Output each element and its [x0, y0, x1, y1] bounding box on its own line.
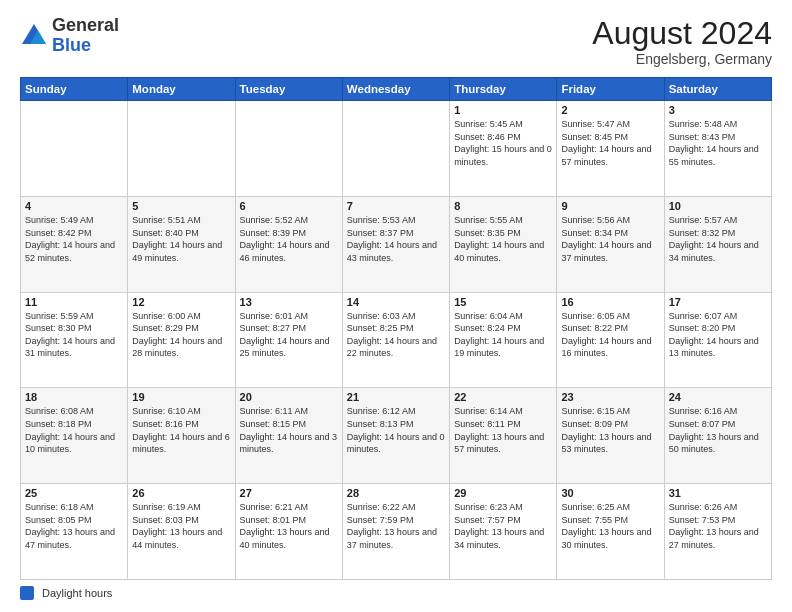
calendar-cell: 10Sunrise: 5:57 AM Sunset: 8:32 PM Dayli… — [664, 196, 771, 292]
day-info: Sunrise: 6:18 AM Sunset: 8:05 PM Dayligh… — [25, 501, 123, 551]
day-info: Sunrise: 5:53 AM Sunset: 8:37 PM Dayligh… — [347, 214, 445, 264]
day-number: 3 — [669, 104, 767, 116]
calendar-cell: 28Sunrise: 6:22 AM Sunset: 7:59 PM Dayli… — [342, 484, 449, 580]
calendar-week-row: 4Sunrise: 5:49 AM Sunset: 8:42 PM Daylig… — [21, 196, 772, 292]
calendar-cell: 9Sunrise: 5:56 AM Sunset: 8:34 PM Daylig… — [557, 196, 664, 292]
calendar-week-row: 25Sunrise: 6:18 AM Sunset: 8:05 PM Dayli… — [21, 484, 772, 580]
day-number: 14 — [347, 296, 445, 308]
calendar-cell: 24Sunrise: 6:16 AM Sunset: 8:07 PM Dayli… — [664, 388, 771, 484]
calendar-cell: 4Sunrise: 5:49 AM Sunset: 8:42 PM Daylig… — [21, 196, 128, 292]
day-info: Sunrise: 6:05 AM Sunset: 8:22 PM Dayligh… — [561, 310, 659, 360]
day-info: Sunrise: 5:45 AM Sunset: 8:46 PM Dayligh… — [454, 118, 552, 168]
calendar-week-row: 1Sunrise: 5:45 AM Sunset: 8:46 PM Daylig… — [21, 101, 772, 197]
calendar-cell: 23Sunrise: 6:15 AM Sunset: 8:09 PM Dayli… — [557, 388, 664, 484]
calendar-cell: 18Sunrise: 6:08 AM Sunset: 8:18 PM Dayli… — [21, 388, 128, 484]
day-info: Sunrise: 6:21 AM Sunset: 8:01 PM Dayligh… — [240, 501, 338, 551]
calendar-cell: 13Sunrise: 6:01 AM Sunset: 8:27 PM Dayli… — [235, 292, 342, 388]
calendar-cell: 11Sunrise: 5:59 AM Sunset: 8:30 PM Dayli… — [21, 292, 128, 388]
calendar-cell — [235, 101, 342, 197]
calendar-cell: 16Sunrise: 6:05 AM Sunset: 8:22 PM Dayli… — [557, 292, 664, 388]
legend-label: Daylight hours — [42, 587, 112, 599]
day-info: Sunrise: 6:12 AM Sunset: 8:13 PM Dayligh… — [347, 405, 445, 455]
day-number: 21 — [347, 391, 445, 403]
day-number: 12 — [132, 296, 230, 308]
day-info: Sunrise: 6:11 AM Sunset: 8:15 PM Dayligh… — [240, 405, 338, 455]
weekday-header: Tuesday — [235, 78, 342, 101]
day-number: 31 — [669, 487, 767, 499]
page: General Blue August 2024 Engelsberg, Ger… — [0, 0, 792, 612]
day-info: Sunrise: 5:59 AM Sunset: 8:30 PM Dayligh… — [25, 310, 123, 360]
legend-box — [20, 586, 34, 600]
calendar-cell: 25Sunrise: 6:18 AM Sunset: 8:05 PM Dayli… — [21, 484, 128, 580]
calendar-cell: 6Sunrise: 5:52 AM Sunset: 8:39 PM Daylig… — [235, 196, 342, 292]
day-number: 26 — [132, 487, 230, 499]
day-info: Sunrise: 6:01 AM Sunset: 8:27 PM Dayligh… — [240, 310, 338, 360]
day-number: 28 — [347, 487, 445, 499]
calendar-cell — [128, 101, 235, 197]
month-year: August 2024 — [592, 16, 772, 51]
day-number: 5 — [132, 200, 230, 212]
day-info: Sunrise: 6:14 AM Sunset: 8:11 PM Dayligh… — [454, 405, 552, 455]
day-info: Sunrise: 6:10 AM Sunset: 8:16 PM Dayligh… — [132, 405, 230, 455]
header: General Blue August 2024 Engelsberg, Ger… — [20, 16, 772, 67]
day-number: 11 — [25, 296, 123, 308]
day-number: 29 — [454, 487, 552, 499]
day-info: Sunrise: 6:00 AM Sunset: 8:29 PM Dayligh… — [132, 310, 230, 360]
day-info: Sunrise: 6:08 AM Sunset: 8:18 PM Dayligh… — [25, 405, 123, 455]
day-number: 27 — [240, 487, 338, 499]
calendar-cell — [21, 101, 128, 197]
day-info: Sunrise: 5:56 AM Sunset: 8:34 PM Dayligh… — [561, 214, 659, 264]
calendar-cell: 12Sunrise: 6:00 AM Sunset: 8:29 PM Dayli… — [128, 292, 235, 388]
weekday-header: Sunday — [21, 78, 128, 101]
day-number: 2 — [561, 104, 659, 116]
day-number: 24 — [669, 391, 767, 403]
day-number: 6 — [240, 200, 338, 212]
day-number: 30 — [561, 487, 659, 499]
calendar-cell: 3Sunrise: 5:48 AM Sunset: 8:43 PM Daylig… — [664, 101, 771, 197]
day-number: 22 — [454, 391, 552, 403]
day-number: 7 — [347, 200, 445, 212]
logo-blue-text: Blue — [52, 35, 91, 55]
calendar-cell: 5Sunrise: 5:51 AM Sunset: 8:40 PM Daylig… — [128, 196, 235, 292]
day-number: 20 — [240, 391, 338, 403]
day-number: 18 — [25, 391, 123, 403]
day-info: Sunrise: 5:57 AM Sunset: 8:32 PM Dayligh… — [669, 214, 767, 264]
calendar-cell: 21Sunrise: 6:12 AM Sunset: 8:13 PM Dayli… — [342, 388, 449, 484]
calendar-cell: 7Sunrise: 5:53 AM Sunset: 8:37 PM Daylig… — [342, 196, 449, 292]
calendar-cell: 26Sunrise: 6:19 AM Sunset: 8:03 PM Dayli… — [128, 484, 235, 580]
day-number: 8 — [454, 200, 552, 212]
day-info: Sunrise: 6:07 AM Sunset: 8:20 PM Dayligh… — [669, 310, 767, 360]
footer: Daylight hours — [20, 586, 772, 600]
day-info: Sunrise: 5:51 AM Sunset: 8:40 PM Dayligh… — [132, 214, 230, 264]
logo-icon — [20, 22, 48, 50]
logo: General Blue — [20, 16, 119, 56]
calendar-cell — [342, 101, 449, 197]
day-info: Sunrise: 6:15 AM Sunset: 8:09 PM Dayligh… — [561, 405, 659, 455]
day-info: Sunrise: 5:55 AM Sunset: 8:35 PM Dayligh… — [454, 214, 552, 264]
day-info: Sunrise: 6:26 AM Sunset: 7:53 PM Dayligh… — [669, 501, 767, 551]
day-info: Sunrise: 6:22 AM Sunset: 7:59 PM Dayligh… — [347, 501, 445, 551]
day-info: Sunrise: 5:49 AM Sunset: 8:42 PM Dayligh… — [25, 214, 123, 264]
logo-general-text: General — [52, 15, 119, 35]
title-area: August 2024 Engelsberg, Germany — [592, 16, 772, 67]
weekday-header: Friday — [557, 78, 664, 101]
day-number: 10 — [669, 200, 767, 212]
day-info: Sunrise: 6:16 AM Sunset: 8:07 PM Dayligh… — [669, 405, 767, 455]
calendar-cell: 30Sunrise: 6:25 AM Sunset: 7:55 PM Dayli… — [557, 484, 664, 580]
calendar-cell: 17Sunrise: 6:07 AM Sunset: 8:20 PM Dayli… — [664, 292, 771, 388]
day-info: Sunrise: 5:48 AM Sunset: 8:43 PM Dayligh… — [669, 118, 767, 168]
day-number: 16 — [561, 296, 659, 308]
calendar-cell: 19Sunrise: 6:10 AM Sunset: 8:16 PM Dayli… — [128, 388, 235, 484]
day-info: Sunrise: 6:19 AM Sunset: 8:03 PM Dayligh… — [132, 501, 230, 551]
day-number: 13 — [240, 296, 338, 308]
day-info: Sunrise: 6:23 AM Sunset: 7:57 PM Dayligh… — [454, 501, 552, 551]
calendar-cell: 20Sunrise: 6:11 AM Sunset: 8:15 PM Dayli… — [235, 388, 342, 484]
location: Engelsberg, Germany — [592, 51, 772, 67]
day-number: 15 — [454, 296, 552, 308]
calendar-table: SundayMondayTuesdayWednesdayThursdayFrid… — [20, 77, 772, 580]
calendar-cell: 22Sunrise: 6:14 AM Sunset: 8:11 PM Dayli… — [450, 388, 557, 484]
day-info: Sunrise: 6:03 AM Sunset: 8:25 PM Dayligh… — [347, 310, 445, 360]
day-number: 9 — [561, 200, 659, 212]
calendar-cell: 2Sunrise: 5:47 AM Sunset: 8:45 PM Daylig… — [557, 101, 664, 197]
calendar-header-row: SundayMondayTuesdayWednesdayThursdayFrid… — [21, 78, 772, 101]
